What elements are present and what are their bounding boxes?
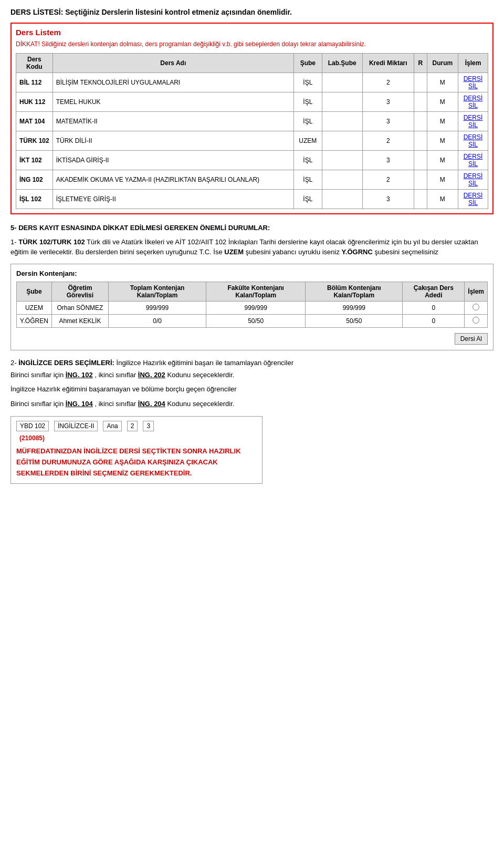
dersi-link[interactable]: DERSİ	[461, 153, 485, 160]
table-cell: M	[427, 170, 458, 189]
sube-radio[interactable]	[472, 317, 479, 324]
table-cell	[414, 111, 427, 131]
item2-bold: İNGİLİZCE DERS SEÇİMLERİ:	[18, 359, 114, 367]
sil-link[interactable]: SİL	[461, 141, 485, 148]
table-cell: 2	[362, 131, 414, 150]
table-cell: AKADEMİK OKUMA VE YAZMA-II (HAZIRLIKTAN …	[52, 170, 293, 189]
table-cell: İŞL	[293, 92, 322, 111]
item1-label: 1-	[10, 238, 17, 246]
table-cell: M	[427, 189, 458, 209]
ders-table-header: Durum	[427, 53, 458, 72]
table-cell: MATEMATİK-II	[52, 111, 293, 131]
table-cell: İŞL	[293, 150, 322, 170]
birinci-bold1: İNG. 102	[66, 371, 93, 379]
table-cell: İNG 102	[16, 170, 53, 189]
table-cell	[414, 170, 427, 189]
dersi-al-button[interactable]: Dersi Al	[455, 333, 488, 345]
birinci2-end: Kodunu seçeceklerdir.	[167, 400, 234, 408]
table-cell	[414, 150, 427, 170]
birinci-comma: , ikinci sınıflar	[94, 371, 136, 379]
table-cell: MAT 104	[16, 111, 53, 131]
ing-name: İNGİLİZCE-II	[54, 421, 98, 431]
table-cell: TÜRK 102	[16, 131, 53, 150]
kontenjan-cell: 999/999	[306, 301, 403, 314]
table-row: BİL 112BİLİŞİM TEKNOLOJİLERİ UYGULAMALAR…	[16, 72, 488, 92]
sil-link[interactable]: SİL	[461, 82, 485, 90]
table-cell	[322, 189, 362, 209]
kontenjan-header: Fakülte Kontenjanı Kalan/Toplam	[206, 282, 306, 301]
item1-text: 1- TÜRK 102/TURK 102 Türk dili ve Atatür…	[10, 237, 494, 257]
table-cell: M	[427, 92, 458, 111]
table-cell	[414, 72, 427, 92]
kontenjan-cell: 50/50	[206, 314, 306, 327]
ing-sub: (210085)	[16, 433, 48, 443]
table-cell: İŞL	[293, 170, 322, 189]
table-cell: UZEM	[293, 131, 322, 150]
kontenjan-row: Y.ÖĞRENAhmet KEKLİK0/050/5050/500	[17, 314, 488, 327]
item2-heading: 2- İNGİLİZCE DERS SEÇİMLERİ: İngilizce H…	[10, 359, 494, 367]
table-cell: İŞL	[293, 111, 322, 131]
table-cell	[322, 170, 362, 189]
item1-text2: şubesini yabancı uyruklu iseniz	[246, 248, 342, 256]
ders-table-header: Kredi Miktarı	[362, 53, 414, 72]
item2-text: İngilizce Hazırlık eğitimini başarı ile …	[117, 359, 293, 367]
sube-radio[interactable]	[472, 304, 479, 310]
kontenjan-header: İşlem	[465, 282, 488, 301]
table-cell: 3	[362, 92, 414, 111]
ikinci-bold1: İNG. 202	[138, 371, 165, 379]
dersi-link[interactable]: DERSİ	[461, 75, 485, 82]
section5-heading: 5- DERS KAYIT ESNASINDA DİKKAT EDİLMESİ …	[10, 224, 494, 232]
sil-link[interactable]: SİL	[461, 180, 485, 187]
table-cell: M	[427, 150, 458, 170]
table-cell: HUK 112	[16, 92, 53, 111]
kontenjan-cell: 50/50	[306, 314, 403, 327]
table-cell: TÜRK DİLİ-II	[52, 131, 293, 150]
sil-link[interactable]: SİL	[461, 199, 485, 206]
table-cell: 3	[362, 111, 414, 131]
sil-link[interactable]: SİL	[461, 121, 485, 129]
kontenjan-cell: 0	[403, 301, 465, 314]
red-warning: MÜFREDATINIZDAN İNGİLİZCE DERSİ SEÇTİKTE…	[16, 446, 257, 479]
ders-listem-header: Ders Listem	[16, 28, 488, 37]
ing-box: YBD 102 İNGİLİZCE-II Ana 2 3 (210085) MÜ…	[10, 416, 262, 483]
kontenjan-cell: Orhan SÖNMEZ	[51, 301, 108, 314]
ing-box-row1: YBD 102 İNGİLİZCE-II Ana 2 3	[16, 421, 257, 431]
dikkat-text: DİKKAT! Sildiğiniz dersleri kontenjan do…	[16, 40, 488, 49]
kontenjan-cell: Ahmet KEKLİK	[51, 314, 108, 327]
sil-link[interactable]: SİL	[461, 160, 485, 168]
kontenjan-cell: 0/0	[109, 314, 206, 327]
kontenjan-cell: UZEM	[17, 301, 52, 314]
table-cell: İŞL	[293, 72, 322, 92]
table-cell: İKT 102	[16, 150, 53, 170]
table-cell	[414, 131, 427, 150]
birinci2-bold: İNG. 104	[66, 400, 93, 408]
table-cell: İŞL 102	[16, 189, 53, 209]
dersi-link[interactable]: DERSİ	[461, 114, 485, 121]
dersi-link[interactable]: DERSİ	[461, 95, 485, 102]
table-cell: BİLİŞİM TEKNOLOJİLERİ UYGULAMALARI	[52, 72, 293, 92]
table-cell: M	[427, 131, 458, 150]
table-cell	[414, 92, 427, 111]
kontenjan-header: Bölüm Kontenjanı Kalan/Toplam	[306, 282, 403, 301]
ing-ana: Ana	[103, 421, 121, 431]
table-cell: İKTİSADA GİRİŞ-II	[52, 150, 293, 170]
sil-link[interactable]: SİL	[461, 102, 485, 109]
ing-num2: 3	[143, 421, 154, 431]
item1-bold3: Y.ÖGRNC	[342, 248, 373, 256]
item1-bold: TÜRK 102/TURK 102	[18, 238, 85, 246]
dersi-link[interactable]: DERSİ	[461, 172, 485, 180]
table-row: MAT 104MATEMATİK-IIİŞL3MDERSİSİL	[16, 111, 488, 131]
dersi-link[interactable]: DERSİ	[461, 133, 485, 141]
table-row: İŞL 102İŞLETMEYE GİRİŞ-IIİŞL3MDERSİSİL	[16, 189, 488, 209]
table-cell	[322, 92, 362, 111]
table-row: İKT 102İKTİSADA GİRİŞ-IIİŞL3MDERSİSİL	[16, 150, 488, 170]
kontenjan-header: Öğretim Görevlisi	[51, 282, 108, 301]
ders-table-header: R	[414, 53, 427, 72]
ders-listem-box: Ders Listem DİKKAT! Sildiğiniz dersleri …	[10, 23, 494, 214]
birinci2-label: Birinci sınıflar için	[10, 400, 64, 408]
ing-code: YBD 102	[16, 421, 49, 431]
kontenjan-cell: 999/999	[206, 301, 306, 314]
dersi-link[interactable]: DERSİ	[461, 192, 485, 199]
table-cell: 2	[362, 170, 414, 189]
ing-num1: 2	[127, 421, 138, 431]
